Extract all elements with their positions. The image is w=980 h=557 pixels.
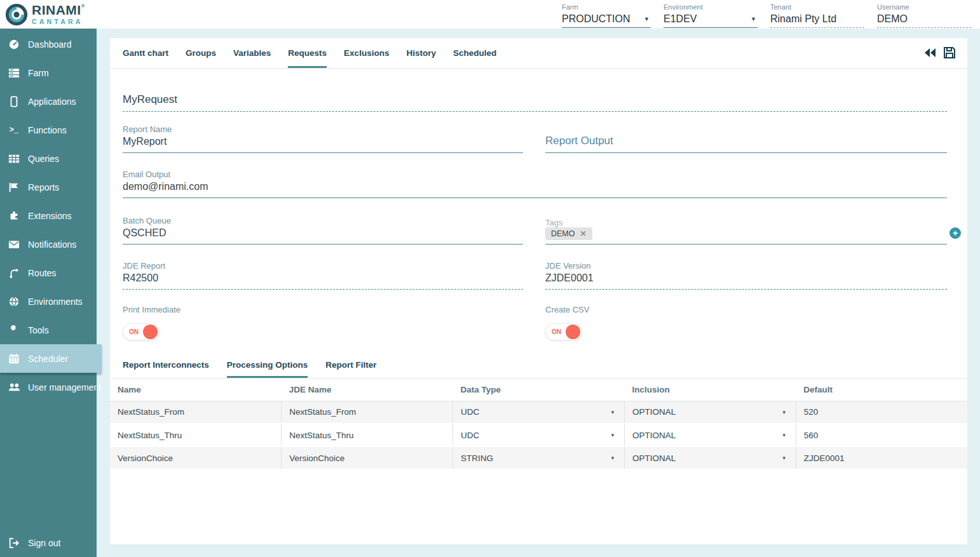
tab-requests[interactable]: Requests xyxy=(288,38,327,68)
tenant-field[interactable]: Tenant Rinami Pty Ltd xyxy=(770,3,864,28)
tab-variables[interactable]: Variables xyxy=(233,38,271,68)
default-cell[interactable]: ZJDE0001 xyxy=(796,446,967,469)
jde-name-cell: NextStatus_From xyxy=(282,401,453,424)
data-type-select[interactable]: STRING▼ xyxy=(453,446,625,469)
reports-flag-icon xyxy=(8,181,20,194)
app-logo: RINAMI ® CANTARA xyxy=(5,3,85,26)
jde-version-label: JDE Version xyxy=(545,261,947,271)
email-output-field[interactable]: Email Output demo@rinami.com xyxy=(123,170,947,198)
request-name-field[interactable]: MyRequest xyxy=(123,91,947,112)
request-name-value: MyRequest xyxy=(123,91,947,111)
sidebar-item-label: Extensions xyxy=(28,211,71,221)
sidebar-nav: Dashboard Farm Applications >_ Functions… xyxy=(0,29,97,557)
report-name-field[interactable]: Report Name MyReport xyxy=(123,124,523,153)
add-tag-icon[interactable]: + xyxy=(949,227,961,239)
applications-device-icon xyxy=(8,95,20,108)
print-immediate-toggle[interactable]: ON xyxy=(123,323,160,340)
user-management-icon xyxy=(8,381,20,394)
brand-subname: CANTARA xyxy=(32,18,85,25)
print-immediate-group: Print Immediate ON xyxy=(123,305,523,340)
sidebar-item-functions[interactable]: >_ Functions xyxy=(0,116,97,144)
toggle-knob xyxy=(566,325,580,339)
email-output-label: Email Output xyxy=(123,170,947,179)
inclusion-select[interactable]: OPTIONAL▼ xyxy=(624,446,796,469)
scheduler-calendar-icon xyxy=(8,352,20,365)
chevron-down-icon: ▼ xyxy=(644,16,650,22)
registered-mark: ® xyxy=(81,4,85,9)
sidebar-item-sign-out[interactable]: Sign out xyxy=(0,528,97,557)
data-type-select[interactable]: UDC▼ xyxy=(453,424,625,446)
rewind-icon[interactable] xyxy=(922,45,937,60)
username-value: DEMO xyxy=(877,13,908,25)
content-card: Gantt chart Groups Variables Requests Ex… xyxy=(110,38,967,544)
sidebar-item-label: Notifications xyxy=(28,239,76,250)
default-cell[interactable]: 560 xyxy=(796,424,967,446)
tab-scheduled[interactable]: Scheduled xyxy=(453,38,496,68)
sidebar-item-extensions[interactable]: Extensions xyxy=(0,201,97,230)
environment-select[interactable]: Environment E1DEV ▼ xyxy=(664,3,758,28)
jde-version-field[interactable]: JDE Version ZJDE0001 xyxy=(545,261,947,290)
functions-terminal-icon: >_ xyxy=(8,124,20,137)
tab-gantt-chart[interactable]: Gantt chart xyxy=(123,38,168,68)
inclusion-select[interactable]: OPTIONAL▼ xyxy=(624,401,796,424)
farm-select[interactable]: Farm PRODUCTION ▼ xyxy=(562,3,651,28)
sidebar-item-scheduler[interactable]: Scheduler xyxy=(0,344,102,373)
tags-label: Tags xyxy=(545,218,947,227)
notifications-envelope-icon xyxy=(8,238,20,251)
sidebar-item-notifications[interactable]: Notifications xyxy=(0,230,97,258)
column-header-default: Default xyxy=(796,379,967,401)
card-toolbar xyxy=(922,45,957,60)
subtab-processing-options[interactable]: Processing Options xyxy=(227,352,308,378)
batch-queue-field[interactable]: Batch Queue QSCHED xyxy=(123,216,523,245)
username-label: Username xyxy=(877,3,971,11)
tab-exclusions[interactable]: Exclusions xyxy=(344,38,389,68)
column-header-jde-name: JDE Name xyxy=(282,379,453,401)
name-cell: NextStatus_From xyxy=(110,401,282,424)
sidebar-item-tools[interactable]: Tools xyxy=(0,316,97,344)
username-field[interactable]: Username DEMO xyxy=(877,3,971,28)
sidebar-item-reports[interactable]: Reports xyxy=(0,173,97,201)
table-header-row: Name JDE Name Data Type Inclusion Defaul… xyxy=(110,379,967,401)
data-type-select[interactable]: UDC▼ xyxy=(453,401,625,424)
subtab-report-filter[interactable]: Report Filter xyxy=(325,352,376,378)
sidebar-item-routes[interactable]: Routes xyxy=(0,258,97,287)
report-output-field[interactable]: Report Output xyxy=(545,133,947,153)
tag-chip-list: DEMO ✕ xyxy=(545,227,947,244)
sidebar-item-dashboard[interactable]: Dashboard xyxy=(0,30,97,58)
sidebar-item-farm[interactable]: Farm xyxy=(0,58,97,87)
inclusion-select[interactable]: OPTIONAL▼ xyxy=(624,424,796,446)
report-name-value: MyReport xyxy=(123,134,523,152)
save-icon[interactable] xyxy=(942,45,957,60)
main-area: Gantt chart Groups Variables Requests Ex… xyxy=(97,29,980,557)
create-csv-label: Create CSV xyxy=(545,305,947,314)
tab-groups[interactable]: Groups xyxy=(186,38,216,68)
request-tabs: Gantt chart Groups Variables Requests Ex… xyxy=(110,38,967,69)
close-icon[interactable]: ✕ xyxy=(580,229,587,238)
sidebar-item-label: User management xyxy=(28,382,101,393)
sidebar-item-environments[interactable]: Environments xyxy=(0,287,97,316)
sidebar-item-queries[interactable]: Queries xyxy=(0,144,97,173)
toggle-on-label: ON xyxy=(129,328,139,335)
environments-globe-icon xyxy=(8,295,20,308)
sidebar-item-label: Environments xyxy=(28,297,83,307)
sidebar-item-label: Sign out xyxy=(28,538,60,548)
queries-table-icon xyxy=(8,152,20,165)
sidebar-item-user-management[interactable]: User management xyxy=(0,373,97,401)
default-cell[interactable]: 520 xyxy=(796,401,967,424)
tags-field[interactable]: Tags DEMO ✕ + xyxy=(545,218,947,245)
batch-queue-label: Batch Queue xyxy=(123,216,523,225)
create-csv-toggle[interactable]: ON xyxy=(545,323,582,340)
sidebar-item-label: Functions xyxy=(28,125,67,135)
extensions-puzzle-icon xyxy=(8,210,20,222)
sidebar-item-applications[interactable]: Applications xyxy=(0,87,97,116)
sidebar-item-label: Tools xyxy=(28,325,49,335)
chevron-down-icon: ▼ xyxy=(782,409,787,415)
routes-branch-icon xyxy=(8,267,20,279)
jde-report-field[interactable]: JDE Report R42500 xyxy=(123,261,523,290)
request-form: MyRequest Report Name MyReport Report Ou… xyxy=(110,69,967,340)
tab-history[interactable]: History xyxy=(406,38,436,68)
subtab-report-interconnects[interactable]: Report Interconnects xyxy=(123,352,209,378)
session-fields: Farm PRODUCTION ▼ Environment E1DEV ▼ Te… xyxy=(562,3,971,28)
jde-report-value: R42500 xyxy=(123,271,523,289)
column-header-data-type: Data Type xyxy=(453,379,625,401)
